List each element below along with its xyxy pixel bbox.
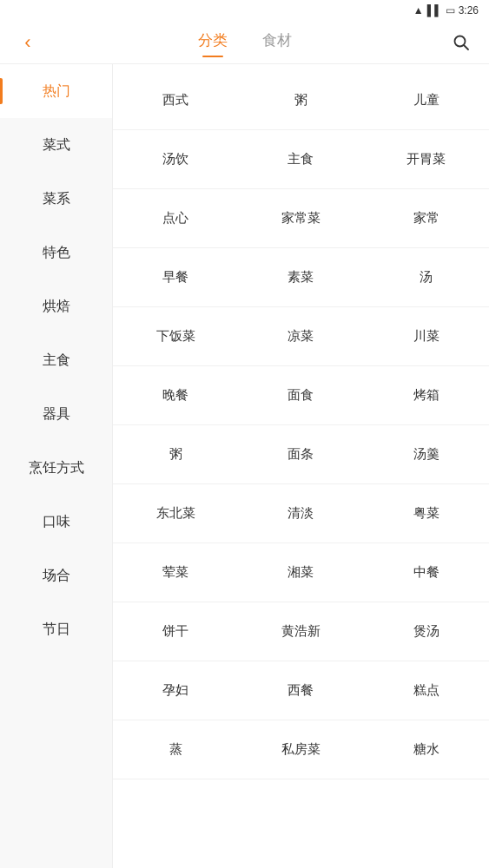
grid-cell-northeast[interactable]: 东北菜 (113, 484, 238, 543)
grid-row: 点心 家常菜 家常 (113, 189, 489, 248)
grid-cell-dim-sum[interactable]: 点心 (113, 189, 238, 248)
sidebar-item-cooking-method[interactable]: 烹饪方式 (0, 441, 112, 495)
sidebar-item-utensils[interactable]: 器具 (0, 387, 112, 441)
sidebar-item-special[interactable]: 特色 (0, 226, 112, 279)
grid-cell-pregnant[interactable]: 孕妇 (113, 661, 238, 720)
grid-cell-pastry[interactable]: 糕点 (364, 661, 489, 720)
status-bar: ▲ ▌▌ ▭ 3:26 (0, 0, 489, 21)
tab-classify[interactable]: 分类 (198, 30, 228, 54)
status-icons: ▲ ▌▌ ▭ 3:26 (413, 4, 479, 16)
sidebar-item-occasion[interactable]: 场合 (0, 549, 112, 602)
grid-row: 晚餐 面食 烤箱 (113, 366, 489, 425)
main-content: 热门 菜式 菜系 特色 烘焙 主食 器具 烹饪方式 口味 场合 节日 (0, 64, 489, 868)
grid-cell-breakfast[interactable]: 早餐 (113, 248, 238, 307)
header: ‹ 分类 食材 (0, 21, 489, 64)
sidebar-item-staple[interactable]: 主食 (0, 333, 112, 387)
grid-cell-biscuit[interactable]: 饼干 (113, 602, 238, 661)
signal-icon: ▌▌ (427, 4, 442, 16)
time-display: 3:26 (459, 4, 479, 16)
grid-cell-private-kitchen[interactable]: 私房菜 (238, 720, 363, 779)
grid-cell-children[interactable]: 儿童 (364, 71, 489, 130)
grid-cell-appetizer[interactable]: 开胃菜 (364, 130, 489, 189)
grid-cell-vegetarian[interactable]: 素菜 (238, 248, 363, 307)
content-grid: 西式 粥 儿童 汤饮 主食 开胃菜 点心 家常菜 家常 早餐 素菜 汤 下饭菜 … (113, 64, 489, 868)
grid-row: 早餐 素菜 汤 (113, 248, 489, 307)
grid-row: 西式 粥 儿童 (113, 71, 489, 130)
grid-cell-huanghaoxin[interactable]: 黄浩新 (238, 602, 363, 661)
grid-cell-noodle-dish[interactable]: 面食 (238, 366, 363, 425)
grid-cell-soup-drink[interactable]: 汤饮 (113, 130, 238, 189)
grid-cell-western-food[interactable]: 西餐 (238, 661, 363, 720)
back-icon: ‹ (24, 31, 30, 54)
grid-row: 下饭菜 凉菜 川菜 (113, 307, 489, 366)
search-icon (453, 34, 470, 51)
grid-row: 荤菜 湘菜 中餐 (113, 543, 489, 602)
sidebar-item-holiday[interactable]: 节日 (0, 602, 112, 656)
grid-cell-steam[interactable]: 蒸 (113, 720, 238, 779)
grid-cell-western[interactable]: 西式 (113, 71, 238, 130)
sidebar-item-hot[interactable]: 热门 (0, 64, 112, 118)
back-button[interactable]: ‹ (14, 29, 42, 56)
header-tabs: 分类 食材 (198, 30, 292, 54)
battery-icon: ▭ (446, 4, 455, 16)
grid-cell-stew[interactable]: 煲汤 (364, 602, 489, 661)
sidebar-item-baking[interactable]: 烘焙 (0, 279, 112, 333)
sidebar-item-cuisine-type[interactable]: 菜式 (0, 118, 112, 172)
search-button[interactable] (447, 29, 475, 56)
tab-ingredient[interactable]: 食材 (262, 30, 292, 54)
wifi-icon: ▲ (413, 4, 424, 16)
svg-line-1 (464, 45, 468, 49)
grid-cell-sichuan[interactable]: 川菜 (364, 307, 489, 366)
grid-row: 蒸 私房菜 糖水 (113, 720, 489, 779)
grid-cell-light[interactable]: 清淡 (238, 484, 363, 543)
sidebar-item-cuisine-region[interactable]: 菜系 (0, 172, 112, 226)
grid-row: 东北菜 清淡 粤菜 (113, 484, 489, 543)
grid-cell-home-cooking[interactable]: 家常菜 (238, 189, 363, 248)
grid-cell-soup[interactable]: 汤 (364, 248, 489, 307)
grid-cell-cantonese[interactable]: 粤菜 (364, 484, 489, 543)
grid-cell-oven[interactable]: 烤箱 (364, 366, 489, 425)
grid-row: 饼干 黄浩新 煲汤 (113, 602, 489, 661)
grid-cell-noodles[interactable]: 面条 (238, 425, 363, 484)
grid-row: 孕妇 西餐 糕点 (113, 661, 489, 720)
grid-cell-staple2[interactable]: 主食 (238, 130, 363, 189)
grid-row: 粥 面条 汤羹 (113, 425, 489, 484)
grid-cell-sweet-soup[interactable]: 糖水 (364, 720, 489, 779)
grid-cell-home[interactable]: 家常 (364, 189, 489, 248)
grid-row: 汤饮 主食 开胃菜 (113, 130, 489, 189)
sidebar-item-taste[interactable]: 口味 (0, 495, 112, 549)
grid-cell-porridge2[interactable]: 粥 (113, 425, 238, 484)
sidebar: 热门 菜式 菜系 特色 烘焙 主食 器具 烹饪方式 口味 场合 节日 (0, 64, 113, 868)
grid-cell-dinner[interactable]: 晚餐 (113, 366, 238, 425)
grid-cell-rice-dish[interactable]: 下饭菜 (113, 307, 238, 366)
grid-cell-porridge1[interactable]: 粥 (238, 71, 363, 130)
grid-cell-hunan[interactable]: 湘菜 (238, 543, 363, 602)
grid-cell-cold-dish[interactable]: 凉菜 (238, 307, 363, 366)
grid-cell-chinese[interactable]: 中餐 (364, 543, 489, 602)
grid-cell-meat[interactable]: 荤菜 (113, 543, 238, 602)
grid-cell-broth[interactable]: 汤羹 (364, 425, 489, 484)
